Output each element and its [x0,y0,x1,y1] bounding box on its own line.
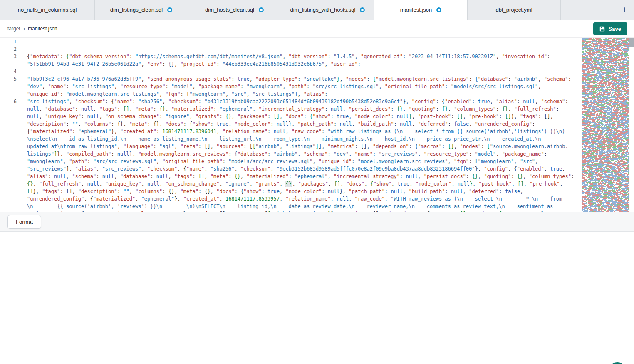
line-number [0,150,17,158]
format-button[interactable]: Format [7,215,41,229]
line-number: 3 [0,53,17,60]
code-text [17,68,27,75]
code-row: \n {{ source('airbnb', 'reviews') }}\n \… [0,203,580,210]
breadcrumb-bar: target › manifest.json Save [0,20,634,38]
line-number [0,188,17,195]
line-number [0,143,17,150]
editor-scrollbar[interactable] [629,38,634,212]
line-number [0,135,17,143]
code-lines[interactable]: 123{"metadata": {"dbt_schema_version": "… [0,38,580,212]
code-text: []}, "tags": [], "description": "", "col… [17,188,523,195]
code-row: "5f51bb91-94b8-4e31-94f2-26b5e061d22a", … [0,60,580,68]
tab-label: dim_listings_with_hosts.sql [290,7,356,13]
editor-tab[interactable]: dim_listings_clean.sql [95,0,188,20]
code-text: "src_reviews"], "alias": "src_reviews", … [17,165,565,173]
code-text: \n {{ source('airbnb', 'reviews') }}\n \… [17,203,553,210]
code-row: null, "database": null, "tags": [], "met… [0,105,580,113]
code-row: "unrendered_config": {"materialized": "e… [0,195,580,203]
tab-label: dbt_project.yml [495,7,532,13]
code-text: "mwonglearn", "path": "src/src_reviews.s… [17,158,538,165]
tab-bar: no_nulls_in_columns.sql dim_listings_cle… [0,0,634,20]
code-text: "src_listings", "checksum": {"name": "sh… [17,98,568,105]
matched-bracket-highlight: {} [285,181,291,187]
line-number [0,165,17,173]
code-text [17,38,27,45]
tab-label: dim_listings_clean.sql [110,7,163,13]
code-text: "unique_id": "model.mwonglearn.src_listi… [17,90,328,98]
minimap[interactable] [582,38,629,212]
code-text: null, "database": null, "tags": [], "met… [17,105,559,113]
code-text: {}, "full_refresh": null, "unique_key": … [17,180,563,188]
code-text: "alias": null, "schema": null, "database… [17,173,574,180]
line-number: 6 [0,98,17,105]
save-button-label: Save [609,26,621,32]
code-row: 4 [0,68,580,75]
code-row: 1 [0,38,580,45]
code-row: "src_reviews"], "alias": "src_reviews", … [0,165,580,173]
code-row: listings"]}, "compiled_path": null}, "mo… [0,150,580,158]
save-floppy-icon [599,26,605,32]
strip-divider [132,212,132,232]
code-row: []}, "tags": [], "description": "", "col… [0,188,580,195]
editor-tab[interactable]: dim_hosts_clean.sql [188,0,281,20]
code-text: \nselect\n id as listing_id,\n name as l… [17,135,541,143]
line-number [0,173,17,180]
help-fab-button[interactable] [607,362,628,364]
code-row: 6"src_listings", "checksum": {"name": "s… [0,98,580,105]
code-row: 3{"metadata": {"dbt_schema_version": "ht… [0,53,580,60]
line-number [0,105,17,113]
line-number [0,195,17,203]
line-number: 2 [0,45,17,53]
editor-tab[interactable]: manifest.json [374,0,468,20]
tab-bar-filler: + [561,0,634,20]
line-number: 5 [0,75,17,83]
code-text: listings"]}, "compiled_path": null}, "mo… [17,150,547,158]
line-number [0,128,17,135]
line-number [0,120,17,128]
code-row: {}, "full_refresh": null, "unique_key": … [0,180,580,188]
unsaved-dot-icon [259,7,264,12]
editor-tab[interactable]: no_nulls_in_columns.sql [0,0,95,20]
code-text: "dev", "name": "src_listings", "resource… [17,83,541,90]
code-row: "mwonglearn", "path": "src/src_reviews.s… [0,158,580,165]
code-editor[interactable]: 123{"metadata": {"dbt_schema_version": "… [0,38,634,212]
tab-label: manifest.json [400,7,432,13]
text-caret [292,181,292,186]
code-row: "description": "", "columns": {}, "meta"… [0,120,580,128]
action-strip: Format [0,212,634,232]
code-text: "fbb9f3c2-cf96-4a17-b736-976a62d35ff9", … [17,75,571,83]
code-row: {"materialized": "ephemeral"}, "created_… [0,128,580,135]
code-row: 5"fbb9f3c2-cf96-4a17-b736-976a62d35ff9",… [0,75,580,83]
code-text: "description": "", "columns": {}, "meta"… [17,120,535,128]
line-number [0,180,17,188]
code-row: 2 [0,45,580,53]
code-row: \nselect\n id as listing_id,\n name as l… [0,135,580,143]
code-text: "unrendered_config": {"materialized": "e… [17,195,562,203]
line-number [0,203,17,210]
ide-window: no_nulls_in_columns.sql dim_listings_cle… [0,0,634,364]
code-text: {"metadata": {"dbt_schema_version": "htt… [17,53,550,60]
editor-tab[interactable]: dbt_project.yml [468,0,561,20]
tab-label: dim_hosts_clean.sql [205,7,254,13]
code-text: null, "unique_key": null, "on_schema_cha… [17,113,553,120]
scrollbar-thumb[interactable] [629,38,634,47]
save-button[interactable]: Save [593,22,627,35]
line-number: 4 [0,68,17,75]
code-text: {"materialized": "ephemeral"}, "created_… [17,128,565,135]
code-text: updated_at\nfrom raw_listings", "languag… [17,143,568,150]
unsaved-dot-icon [167,7,172,12]
line-number [0,60,17,68]
editor-tab[interactable]: dim_listings_with_hosts.sql [281,0,374,20]
code-row: updated_at\nfrom raw_listings", "languag… [0,143,580,150]
line-number [0,83,17,90]
code-row: "unique_id": "model.mwonglearn.src_listi… [0,90,580,98]
line-number [0,90,17,98]
unsaved-dot-icon [436,7,441,12]
new-tab-plus-icon[interactable]: + [622,5,627,15]
line-number [0,113,17,120]
line-number: 1 [0,38,17,45]
unsaved-dot-icon [360,7,365,12]
code-row: "dev", "name": "src_listings", "resource… [0,83,580,90]
breadcrumb-file: manifest.json [28,26,57,32]
code-text [17,45,27,53]
